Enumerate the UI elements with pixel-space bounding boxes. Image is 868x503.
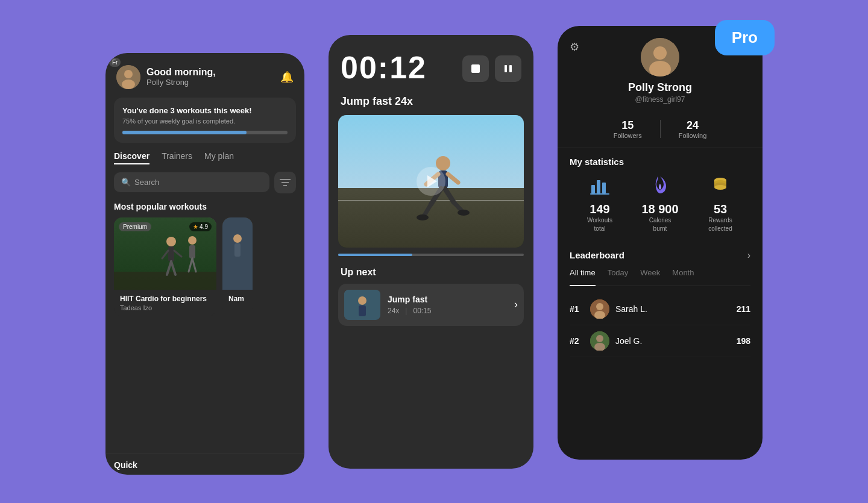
runner-figure <box>413 151 473 236</box>
rating-value: 4.9 <box>200 223 208 230</box>
svg-line-27 <box>448 174 458 183</box>
up-next-duration: 00:15 <box>413 307 431 315</box>
calories-icon <box>630 175 690 199</box>
svg-point-35 <box>358 296 366 305</box>
lb-rank-1: #1 <box>570 304 584 314</box>
followers-count: 15 <box>614 119 642 132</box>
lb-tab-week[interactable]: Week <box>640 268 660 281</box>
lb-avatar-img-1 <box>590 299 609 319</box>
header-text: Good morning, Polly Strong <box>146 67 274 87</box>
filter-icon <box>280 178 291 187</box>
workout-card-partial[interactable]: Fr Nam <box>222 217 253 316</box>
lb-tab-month[interactable]: Month <box>672 268 694 281</box>
video-progress-bar <box>338 254 524 256</box>
svg-rect-7 <box>114 272 216 290</box>
quick-label: Quick <box>114 460 137 470</box>
calories-value: 18 900 <box>630 202 690 216</box>
svg-line-30 <box>445 189 454 202</box>
quick-section: Quick <box>105 454 304 475</box>
up-next-thumb-img <box>344 290 380 320</box>
chevron-right-icon[interactable]: › <box>514 298 518 311</box>
svg-rect-40 <box>591 185 595 193</box>
phone-home: Good morning, Polly Strong 🔔 You've done… <box>105 53 304 475</box>
filter-button[interactable] <box>274 172 296 193</box>
phone-profile: ⚙ Polly Strong @fitness_girl97 15 Follow… <box>558 26 763 460</box>
lb-rank-2: #2 <box>570 336 584 346</box>
video-progress-fill <box>338 254 412 256</box>
lb-score-2: 198 <box>737 336 750 346</box>
following-count: 24 <box>679 119 706 132</box>
workouts-label: Workoutstotal <box>570 216 630 233</box>
stop-icon <box>471 64 480 73</box>
svg-rect-15 <box>189 245 195 258</box>
timer-value: 00:12 <box>341 49 427 86</box>
progress-card: You've done 3 workouts this week! 75% of… <box>114 98 296 143</box>
tabs-row: Discover Trainers My plan <box>105 151 304 164</box>
social-stats-row: 15 Followers 24 Following <box>558 113 763 148</box>
svg-line-29 <box>424 204 431 216</box>
stat-calories: 18 900 Caloriesburnt <box>630 175 690 233</box>
profile-name: Polly Strong <box>628 81 692 94</box>
tab-discover[interactable]: Discover <box>114 151 149 164</box>
workout-card-1[interactable]: Premium ★ 4.9 HIIT Cardio for beginners … <box>114 217 216 316</box>
lb-tab-today[interactable]: Today <box>608 268 629 281</box>
leaderboard-header: Leaderboard › <box>570 250 750 261</box>
svg-point-38 <box>653 46 667 60</box>
svg-rect-43 <box>590 193 609 195</box>
stat-workouts: 149 Workoutstotal <box>570 175 630 233</box>
bar-chart-icon <box>590 175 609 195</box>
svg-rect-9 <box>168 246 174 261</box>
user-name: Polly Strong <box>146 78 274 87</box>
lb-avatar-img-2 <box>590 331 609 351</box>
svg-point-55 <box>596 335 603 342</box>
tab-myplan[interactable]: My plan <box>204 151 234 164</box>
workout-card-image-1: Premium ★ 4.9 <box>114 217 216 290</box>
phone-profile-wrapper: Pro ⚙ Polly Strong @fitness_girl97 <box>558 26 763 460</box>
search-placeholder: Search <box>134 178 159 187</box>
avatar <box>116 65 140 89</box>
followers-stat: 15 Followers <box>596 119 660 139</box>
leaderboard-row-2: #2 Joel G. 198 <box>570 325 750 357</box>
leaderboard-section: Leaderboard › All time Today Week Month … <box>558 242 763 363</box>
exercise-name: Jump fast 24x <box>329 95 533 115</box>
premium-badge: Premium <box>119 222 151 231</box>
up-next-card[interactable]: Jump fast 24x 00:15 › <box>338 284 524 326</box>
play-button[interactable] <box>417 167 445 196</box>
svg-rect-20 <box>234 243 241 257</box>
search-box[interactable]: 🔍 Search <box>114 172 269 192</box>
partial-figure <box>222 217 253 290</box>
progress-bar-fill <box>122 131 247 134</box>
leaderboard-title: Leaderboard <box>570 250 624 260</box>
notifications-icon[interactable]: 🔔 <box>280 70 294 84</box>
leaderboard-more-icon[interactable]: › <box>747 250 750 261</box>
progress-bar-bg <box>122 131 288 134</box>
lb-avatar-1 <box>590 299 609 319</box>
coins-icon <box>711 175 730 195</box>
svg-point-52 <box>596 303 603 310</box>
pause-icon <box>504 64 512 73</box>
star-icon: ★ <box>193 223 198 230</box>
rewards-label: Rewardscollected <box>690 216 750 233</box>
timer-display: 00:12 <box>341 49 427 86</box>
progress-subtitle: 75% of your weekly goal is completed. <box>122 117 288 125</box>
workout-cards-row: Premium ★ 4.9 HIIT Cardio for beginners … <box>105 217 304 316</box>
svg-point-33 <box>458 210 470 216</box>
search-row: 🔍 Search <box>105 172 304 193</box>
pro-badge: Pro <box>715 20 775 55</box>
settings-icon[interactable]: ⚙ <box>570 40 579 54</box>
workout-controls <box>462 55 521 82</box>
leaderboard-row-1: #1 Sarah L. 211 <box>570 293 750 325</box>
stop-button[interactable] <box>462 55 489 82</box>
workouts-value: 149 <box>570 202 630 216</box>
lb-name-2: Joel G. <box>615 336 731 346</box>
tab-trainers[interactable]: Trainers <box>162 151 192 164</box>
lb-tab-alltime[interactable]: All time <box>570 268 596 286</box>
pause-button[interactable] <box>495 55 521 82</box>
video-frame <box>338 115 524 248</box>
svg-point-32 <box>417 214 429 220</box>
up-next-reps: 24x <box>388 307 407 315</box>
partial-card-image: Fr <box>222 217 253 290</box>
svg-rect-23 <box>509 65 512 72</box>
workouts-icon <box>570 175 630 199</box>
workout-trainer-1: Tadeas Izo <box>120 304 210 311</box>
